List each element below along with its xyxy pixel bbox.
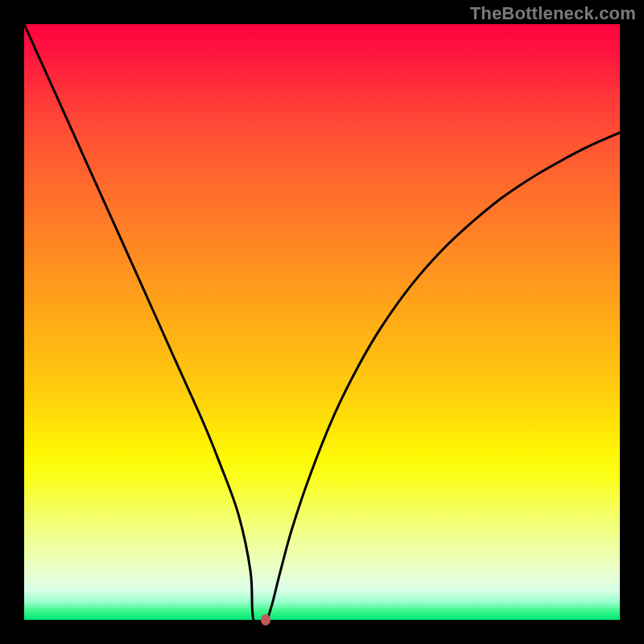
chart-frame: TheBottleneck.com: [0, 0, 644, 644]
bottleneck-curve: [24, 24, 620, 620]
plot-area: [24, 24, 620, 620]
watermark-text: TheBottleneck.com: [470, 3, 636, 24]
optimal-point-marker: [261, 614, 270, 625]
curve-svg: [24, 24, 620, 620]
